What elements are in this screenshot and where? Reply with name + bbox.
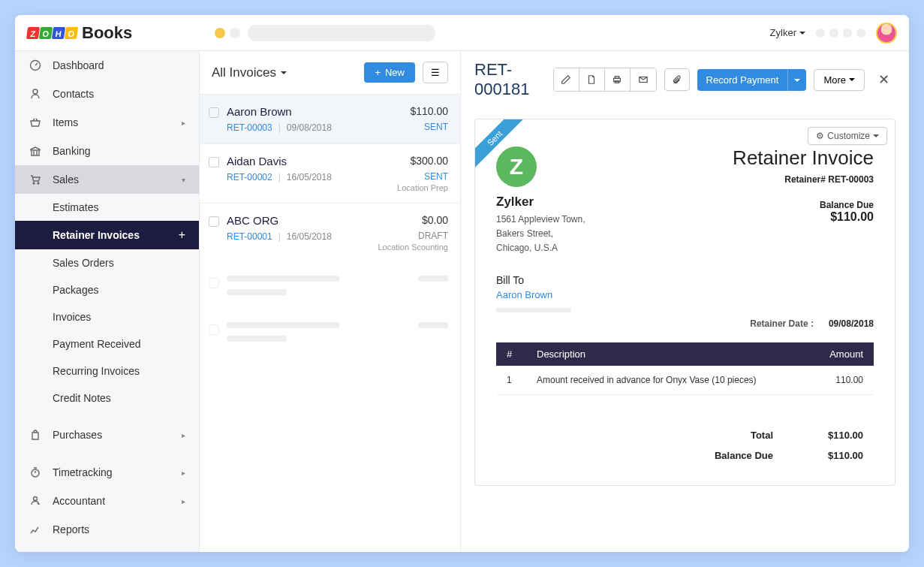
bill-to-name[interactable]: Aaron Brown [496,289,874,300]
customer-name: Aidan Davis [227,155,390,167]
sidebar-item-dashboard[interactable]: Dashboard [15,51,199,80]
stopwatch-icon [29,466,42,479]
svg-rect-7 [615,77,619,79]
sidebar-item-purchases[interactable]: Purchases ▸ [15,421,199,449]
checkbox[interactable] [209,157,219,167]
skeleton-line [496,308,571,312]
total-value: $110.00 [803,430,863,441]
checkbox[interactable] [209,216,219,227]
sidebar-item-timetracking[interactable]: Timetracking ▸ [15,458,199,487]
invoice-list-pane: All Invoices + New ☰ Aaron Brown RET-000… [200,51,461,552]
invoice-detail-pane: RET-000181 Record Payment More ✕ [461,51,909,552]
zoho-logo: Z O H O [27,27,77,39]
logo: Z O H O Books [27,23,200,43]
sidebar-sub-estimates[interactable]: Estimates [15,194,199,221]
topbar: Z O H O Books Zylker [15,15,909,51]
cart-icon [29,173,42,186]
status-ribbon: Sent [475,119,528,172]
col-header-desc: Description [537,348,803,360]
list-item[interactable]: Aaron Brown RET-00003 | 09/08/2018 $110.… [200,94,460,143]
table-header: # Description Amount [496,342,874,366]
balance-row: Balance Due $110.00 [496,445,874,466]
balance-due-label: Balance Due [733,200,874,210]
invoice-status: DRAFT [378,231,448,241]
invoice-amount: $300.00 [397,155,448,167]
sidebar-sub-packages[interactable]: Packages [15,276,199,303]
record-payment-button[interactable]: Record Payment [697,69,807,91]
invoice-date: 16/05/2018 [287,172,332,182]
detail-title: RET-000181 [474,60,546,99]
gear-icon: ⚙ [816,131,824,141]
customize-button[interactable]: ⚙ Customize [808,127,887,145]
sidebar-sub-recurring-invoices[interactable]: Recurring Invoices [15,357,199,385]
avatar[interactable] [876,23,897,44]
print-button[interactable] [605,68,631,91]
attachment-button[interactable] [664,68,690,91]
org-name: Zylker [770,27,796,38]
hamburger-menu-button[interactable]: ☰ [423,62,448,83]
sidebar-item-sales[interactable]: Sales ▾ [15,165,199,194]
svg-point-1 [33,89,38,94]
caret-down-icon [281,71,287,74]
col-header-amt: Amount [803,348,863,360]
totals-block: Total $110.00 Balance Due $110.00 [496,425,874,466]
total-label: Total [698,430,773,441]
sidebar-item-label: Dashboard [53,59,185,71]
sidebar-item-contacts[interactable]: Contacts [15,80,199,108]
checkbox[interactable] [209,107,219,118]
retainer-date-label: Retainer Date : [750,318,814,329]
sidebar-item-banking[interactable]: Banking [15,137,199,165]
customer-name: Aaron Brown [227,105,402,118]
sidebar-sub-sales-orders[interactable]: Sales Orders [15,249,199,276]
retainer-number: Retainer# RET-00003 [733,174,874,185]
sidebar-sub-credit-notes[interactable]: Credit Notes [15,385,199,412]
balance-due-amount: $110.00 [733,210,874,224]
new-button[interactable]: + New [364,62,415,83]
list-filter-dropdown[interactable]: All Invoices [212,65,357,80]
chevron-right-icon: ▸ [182,119,185,127]
caret-down-icon [849,78,855,81]
chevron-down-icon: ▾ [182,176,185,184]
invoice-title-block: Retainer Invoice Retainer# RET-00003 Bal… [733,146,874,256]
list-item[interactable]: Aidan Davis RET-00002 | 16/05/2018 $300.… [200,143,460,203]
plus-icon[interactable]: + [179,228,185,242]
edit-button[interactable] [554,68,579,91]
invoice-amount: $0.00 [378,214,448,226]
caret-down-icon [799,32,805,35]
email-button[interactable] [631,68,656,91]
company-address: 1561 Appleview Town, Bakers Street, Chic… [496,213,585,256]
total-row: Total $110.00 [496,425,874,445]
sidebar-item-label: Purchases [53,429,171,441]
sidebar-item-items[interactable]: Items ▸ [15,108,199,137]
sidebar-item-accountant[interactable]: Accountant ▸ [15,487,199,515]
sidebar-item-label: Items [53,116,171,128]
sidebar-sub-payment-received[interactable]: Payment Received [15,330,199,357]
bill-to-label: Bill To [496,274,874,286]
list-item[interactable]: ABC ORG RET-00001 | 16/05/2018 $0.00 DRA… [200,203,460,262]
list-header: All Invoices + New ☰ [200,51,460,94]
gauge-icon [29,59,42,72]
invoice-note: Location Scounting [378,243,448,252]
invoice-ref: RET-00003 [227,122,272,133]
app-window: Z O H O Books Zylker Dashboard [15,15,909,552]
sidebar-item-label: Retainer Invoices [53,229,168,241]
bill-to-block: Bill To Aaron Brown [496,274,874,312]
line-desc: Amount received in advance for Onyx Vase… [537,375,803,385]
sidebar-sub-retainer-invoices[interactable]: Retainer Invoices + [15,221,199,249]
chevron-right-icon: ▸ [182,497,185,505]
pdf-button[interactable] [579,68,605,91]
browser-dots [215,28,240,38]
invoice-type-title: Retainer Invoice [733,146,874,170]
close-button[interactable]: ✕ [872,68,895,91]
sidebar-sub-invoices[interactable]: Invoices [15,303,199,330]
chevron-right-icon: ▸ [182,431,185,439]
record-payment-dropdown[interactable] [787,69,806,91]
header-action-dots [816,29,865,38]
retainer-date-value: 09/08/2018 [829,318,874,329]
invoice-status: SENT [397,171,448,182]
more-button[interactable]: More [814,69,865,91]
sidebar-item-reports[interactable]: Reports [15,515,199,544]
org-switcher[interactable]: Zylker [770,27,805,38]
plus-icon: + [375,67,381,78]
company-name: Zylker [496,195,585,210]
